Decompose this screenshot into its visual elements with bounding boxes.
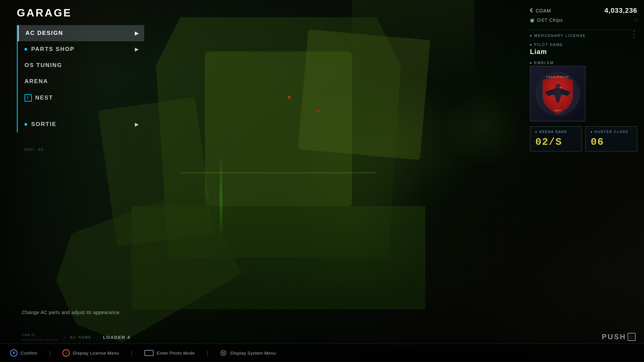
photo-mode-label: :Enter Photo Mode: [156, 351, 195, 356]
sidebar-item-ac-design[interactable]: AC DESIGN ▶: [18, 25, 144, 41]
emblem-section: EMBLEM: [530, 61, 637, 121]
confirm-label: :Confirm: [19, 351, 37, 356]
sidebar-item-label: PARTS SHOP: [31, 46, 74, 53]
hint-separator-3: |: [207, 350, 208, 357]
sidebar-item-arena[interactable]: ARENA: [18, 73, 144, 89]
sidebar-item-os-tuning[interactable]: OS TUNING: [18, 57, 144, 73]
hunter-class-value: 06: [591, 136, 632, 148]
push-logo: PUSH □: [602, 333, 636, 341]
sidebar-item-parts-shop[interactable]: PARTS SHOP ▶: [18, 41, 144, 57]
arrow-icon: ▶: [135, 31, 139, 36]
left-panel: GARAGE AC DESIGN ▶ PARTS SHOP ▶ OS TUNIN…: [17, 7, 144, 132]
options-button-icon: [220, 349, 227, 357]
ac-name-value: LOADER 4: [103, 335, 130, 340]
description-text: Change AC parts and adjust its appearanc…: [22, 310, 121, 315]
ac-name-label: AC NAME: [70, 335, 92, 339]
arena-rank-box: ARENA RANK 02/S: [530, 126, 582, 152]
ost-row: ▣ OST Chips □: [530, 17, 637, 23]
sidebar-item-label: SORTIE: [31, 121, 56, 128]
coam-icon: €: [530, 8, 533, 14]
envi-text: ENVI : AS: [24, 147, 44, 152]
sidebar-item-label: NEST: [35, 95, 53, 101]
sidebar-item-label: AC DESIGN: [25, 30, 63, 37]
arena-rank-value: 02/S: [535, 136, 577, 148]
cam-label: CAM 01 MONITORING RANGE: [22, 333, 58, 342]
system-menu-hint: :Display System Menu: [220, 349, 276, 357]
ost-value: □: [634, 17, 637, 23]
sidebar-item-sortie[interactable]: SORTIE ▶: [18, 116, 144, 132]
license-menu-hint: ○ :Display License Menu: [62, 349, 119, 357]
system-menu-label: :Display System Menu: [229, 351, 276, 356]
right-panel: € COAM 4,033,236 ▣ OST Chips □ MERCENARY…: [530, 7, 637, 152]
pilot-section-label: PILOT NAME: [530, 43, 637, 47]
stats-section: ARENA RANK 02/S HUNTER CLASS 06: [530, 126, 637, 152]
svg-point-1: [554, 89, 561, 100]
svg-point-3: [556, 86, 557, 87]
pilot-name: Liam: [530, 48, 637, 56]
dots-menu: · · ·: [633, 30, 637, 38]
menu-items: AC DESIGN ▶ PARTS SHOP ▶ OS TUNING ARENA: [18, 25, 144, 132]
circle-button-icon: ○: [62, 349, 70, 357]
arrow-icon: ▶: [135, 122, 139, 127]
arrow-icon: ▶: [135, 47, 139, 52]
touchpad-button-icon: [144, 350, 154, 356]
push-square-icon: □: [628, 333, 636, 341]
coam-label: COAM: [536, 8, 602, 13]
confirm-hint: ✕ :Confirm: [10, 349, 37, 357]
emblem-section-label: EMBLEM: [530, 61, 637, 65]
arena-rank-label: ARENA RANK: [535, 130, 577, 134]
emblem-box: FREELANCER UNIT: [530, 66, 585, 121]
pilot-section: PILOT NAME Liam: [530, 43, 637, 56]
sidebar-item-label: ARENA: [24, 78, 48, 85]
license-section-label: MERCENARY LICENSE: [530, 34, 637, 38]
cam-sub-label: MONITORING RANGE: [22, 338, 58, 342]
svg-point-2: [555, 84, 560, 89]
coam-value: 4,033,236: [604, 7, 637, 14]
cross-button-icon: ✕: [10, 349, 17, 357]
hint-separator-1: |: [49, 350, 51, 357]
ui-layer: GARAGE AC DESIGN ▶ PARTS SHOP ▶ OS TUNIN…: [0, 0, 644, 362]
push-text: PUSH: [602, 333, 626, 341]
svg-text:FREELANCER: FREELANCER: [546, 76, 569, 78]
bottom-bar: ✕ :Confirm | ○ :Display License Menu | :…: [0, 344, 644, 362]
ost-icon: ▣: [530, 17, 534, 23]
svg-text:UNIT: UNIT: [554, 109, 561, 112]
hint-separator-2: |: [131, 350, 132, 357]
separator: ): [63, 335, 65, 340]
hunter-class-label: HUNTER CLASS: [591, 130, 632, 134]
photo-mode-hint: :Enter Photo Mode: [144, 350, 195, 356]
divider: [530, 30, 637, 30]
currency-row: € COAM 4,033,236: [530, 7, 637, 14]
license-menu-label: :Display License Menu: [72, 351, 119, 356]
separator2: :: [97, 335, 98, 340]
license-section: MERCENARY LICENSE: [530, 34, 637, 38]
ost-label: OST Chips: [537, 17, 631, 23]
emblem-svg: FREELANCER UNIT: [534, 70, 581, 117]
sidebar-item-label: OS TUNING: [24, 62, 62, 69]
menu-container: AC DESIGN ▶ PARTS SHOP ▶ OS TUNING ARENA: [17, 25, 144, 132]
bottom-info: CAM 01 MONITORING RANGE ) AC NAME : LOAD…: [22, 333, 130, 342]
page-title: GARAGE: [17, 7, 144, 19]
hunter-class-box: HUNTER CLASS 06: [585, 126, 637, 152]
sidebar-item-nest[interactable]: NEST: [18, 89, 144, 106]
